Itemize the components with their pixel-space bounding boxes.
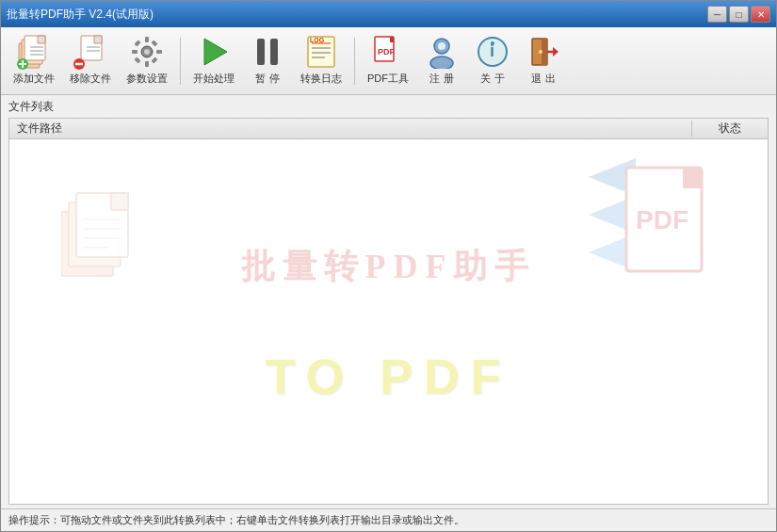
svg-rect-17 (145, 61, 149, 67)
file-list-header: 文件路径 状态 (9, 119, 768, 139)
about-icon: i (476, 35, 510, 69)
add-file-label: 添加文件 (13, 72, 55, 86)
svg-point-38 (430, 56, 453, 69)
watermark-text-bottom: TO PDF (266, 348, 512, 405)
window-controls: ─ □ ✕ (707, 6, 770, 23)
svg-rect-21 (151, 56, 157, 63)
about-label: 关 于 (480, 72, 504, 86)
svg-marker-34 (390, 37, 394, 42)
toolbar: 添加文件 移除文件 (1, 27, 776, 95)
minimize-button[interactable]: ─ (707, 6, 727, 23)
watermark-area: PDF 批量转PDF助手 TO PDF (9, 139, 768, 504)
svg-point-15 (144, 49, 150, 55)
svg-point-37 (438, 42, 445, 50)
svg-text:PDF: PDF (636, 205, 688, 234)
status-bar: 操作提示：可拖动文件或文件夹到此转换列表中；右键单击文件转换列表打开输出目录或输… (1, 508, 776, 531)
svg-rect-26 (270, 39, 278, 65)
file-list-container[interactable]: 文件路径 状态 (8, 118, 769, 505)
svg-rect-23 (134, 56, 140, 63)
col-status-header: 状态 (692, 121, 768, 137)
start-button[interactable]: 开始处理 (186, 30, 241, 90)
main-window: 批量转PDF助手 V2.4(试用版) ─ □ ✕ (0, 0, 777, 532)
add-file-icon (17, 35, 51, 69)
watermark-pdf-icon: PDF (589, 158, 711, 293)
svg-rect-22 (151, 40, 157, 46)
watermark-pages-icon (61, 191, 146, 288)
svg-rect-16 (145, 37, 149, 42)
col-path-header: 文件路径 (9, 121, 692, 137)
watermark-text-top: 批量转PDF助手 (241, 244, 537, 290)
separator-1 (180, 38, 181, 85)
settings-label: 参数设置 (126, 72, 168, 86)
settings-button[interactable]: 参数设置 (120, 30, 174, 90)
register-label: 注 册 (429, 72, 453, 86)
log-label: 转换日志 (300, 72, 342, 86)
start-label: 开始处理 (193, 72, 235, 86)
remove-file-label: 移除文件 (70, 72, 111, 86)
exit-icon (526, 35, 560, 69)
main-content: 文件列表 文件路径 状态 (1, 95, 776, 508)
svg-text:LOG: LOG (310, 37, 325, 43)
pdf-tool-button[interactable]: PDF PDF工具 (361, 30, 415, 90)
start-icon (197, 35, 231, 69)
separator-2 (354, 38, 355, 85)
svg-point-44 (539, 50, 542, 54)
file-list-section-title: 文件列表 (8, 99, 769, 115)
watermark-content: PDF 批量转PDF助手 TO PDF (9, 139, 768, 504)
about-button[interactable]: i 关 于 (468, 30, 517, 90)
svg-rect-20 (134, 40, 140, 46)
svg-point-41 (491, 41, 494, 45)
pause-label: 暂 停 (255, 72, 279, 86)
svg-marker-46 (553, 47, 558, 56)
status-text: 操作提示：可拖动文件或文件夹到此转换列表中；右键单击文件转换列表打开输出目录或输… (8, 514, 464, 525)
add-file-button[interactable]: 添加文件 (7, 30, 61, 90)
svg-text:PDF: PDF (378, 47, 396, 56)
svg-rect-25 (257, 39, 265, 65)
log-button[interactable]: LOG 转换日志 (294, 30, 348, 90)
settings-icon (130, 35, 164, 69)
pause-button[interactable]: 暂 停 (243, 30, 292, 90)
exit-label: 退 出 (531, 72, 555, 86)
window-title: 批量转PDF助手 V2.4(试用版) (7, 7, 154, 23)
register-button[interactable]: 注 册 (417, 30, 466, 90)
remove-file-button[interactable]: 移除文件 (63, 30, 118, 90)
svg-marker-24 (204, 39, 227, 65)
svg-rect-19 (156, 50, 162, 54)
pdf-tool-label: PDF工具 (367, 72, 409, 86)
svg-rect-18 (132, 50, 138, 54)
pause-icon (251, 35, 284, 69)
title-bar: 批量转PDF助手 V2.4(试用版) ─ □ ✕ (1, 1, 776, 27)
pdf-tool-icon: PDF (371, 35, 405, 69)
close-button[interactable]: ✕ (751, 6, 770, 23)
log-icon: LOG (304, 35, 338, 69)
remove-file-icon (73, 35, 107, 69)
register-icon (425, 35, 459, 69)
svg-marker-58 (683, 168, 702, 188)
exit-button[interactable]: 退 出 (519, 30, 568, 90)
maximize-button[interactable]: □ (729, 6, 749, 23)
